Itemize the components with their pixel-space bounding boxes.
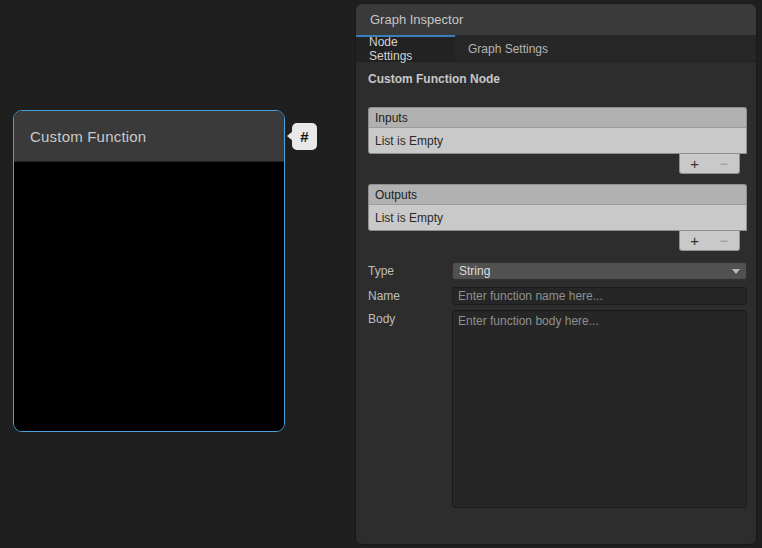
inputs-list-header: Inputs	[368, 107, 747, 128]
type-label: Type	[368, 262, 452, 278]
function-name-input[interactable]	[452, 287, 747, 305]
panel-header[interactable]: Graph Inspector	[356, 4, 756, 35]
inputs-remove-button[interactable]: −	[711, 155, 737, 173]
shader-graph-window: Custom Function # Graph Inspector Node S…	[0, 0, 762, 548]
tab-node-settings[interactable]: Node Settings	[356, 35, 455, 61]
outputs-remove-button[interactable]: −	[711, 232, 737, 250]
graph-inspector-panel: Graph Inspector Node Settings Graph Sett…	[356, 4, 756, 544]
node-settings-heading: Custom Function Node	[368, 72, 747, 88]
type-field-row: Type String	[368, 262, 747, 280]
panel-body: Custom Function Node Inputs List is Empt…	[356, 72, 756, 508]
outputs-list-empty-row: List is Empty	[368, 205, 747, 231]
chevron-down-icon	[732, 269, 740, 274]
inputs-list: Inputs List is Empty + −	[368, 107, 747, 174]
type-dropdown[interactable]: String	[452, 262, 747, 280]
function-body-textarea[interactable]	[452, 310, 747, 508]
outputs-list-empty-label: List is Empty	[375, 211, 443, 225]
tab-bar: Node Settings Graph Settings	[356, 35, 756, 62]
custom-function-node[interactable]: Custom Function	[13, 110, 285, 432]
inputs-list-footer: + −	[679, 154, 740, 174]
outputs-list-footer: + −	[679, 231, 740, 251]
node-title-bar[interactable]: Custom Function	[14, 111, 284, 162]
inputs-list-empty-label: List is Empty	[375, 134, 443, 148]
outputs-list-header: Outputs	[368, 184, 747, 205]
name-field-row: Name	[368, 287, 747, 305]
outputs-list: Outputs List is Empty + −	[368, 184, 747, 251]
outputs-list-header-label: Outputs	[375, 188, 417, 202]
node-preview-body	[14, 162, 284, 431]
inputs-list-header-label: Inputs	[375, 111, 408, 125]
inputs-list-empty-row: List is Empty	[368, 128, 747, 154]
inputs-add-button[interactable]: +	[682, 155, 708, 173]
tab-graph-settings[interactable]: Graph Settings	[455, 35, 561, 61]
outputs-add-button[interactable]: +	[682, 232, 708, 250]
node-title: Custom Function	[30, 128, 146, 145]
type-dropdown-value: String	[459, 264, 732, 278]
node-hash-badge[interactable]: #	[292, 123, 317, 150]
graph-canvas[interactable]: Custom Function #	[0, 0, 356, 548]
body-label: Body	[368, 310, 452, 326]
tab-node-settings-label: Node Settings	[369, 35, 442, 63]
hash-icon: #	[300, 128, 308, 145]
panel-title: Graph Inspector	[370, 12, 463, 27]
body-field-row: Body	[368, 310, 747, 508]
badge-pointer-icon	[287, 131, 293, 141]
tab-graph-settings-label: Graph Settings	[468, 42, 548, 56]
name-label: Name	[368, 287, 452, 303]
